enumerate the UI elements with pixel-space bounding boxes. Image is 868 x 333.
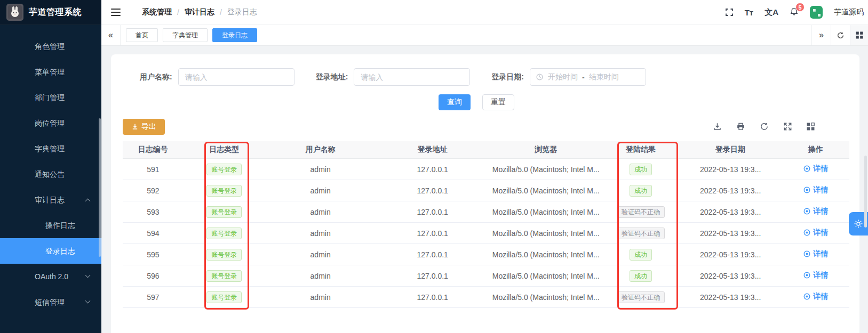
query-button[interactable]: 查询	[439, 94, 471, 110]
detail-link-label: 详情	[813, 207, 828, 216]
breadcrumb-item[interactable]: 审计日志 /	[185, 7, 222, 17]
cell-action: 详情	[782, 292, 849, 303]
sidebar-item[interactable]: 短信管理	[0, 289, 101, 315]
sidebar-item[interactable]: 岗位管理	[0, 110, 101, 136]
sidebar-item[interactable]: 审计日志	[0, 187, 101, 213]
address-input[interactable]	[354, 68, 470, 86]
eye-icon	[803, 165, 811, 173]
breadcrumb-item[interactable]: 登录日志	[227, 7, 262, 17]
detail-link[interactable]: 详情	[803, 207, 828, 216]
cell-login-date: 2022-05-13 19:3...	[679, 229, 782, 238]
tab-refresh-icon[interactable]	[831, 25, 850, 45]
date-end-placeholder: 结束时间	[589, 72, 619, 82]
cell-username: admin	[265, 165, 376, 174]
eye-icon	[803, 293, 811, 300]
date-range-picker[interactable]: 开始时间 - 结束时间	[530, 68, 646, 86]
cell-login-result: 验证码不正确	[602, 228, 679, 239]
user-avatar[interactable]	[810, 6, 823, 19]
cell-login-result: 验证码不正确	[602, 206, 679, 218]
sidebar-item[interactable]: 菜单管理	[0, 59, 101, 85]
content-card: 用户名称: 登录地址: 登录日期: 开始时间 - 结束时间 查询 重置 导出	[111, 54, 859, 333]
sidebar-item[interactable]: 部门管理	[0, 85, 101, 110]
cell-browser: Mozilla/5.0 (Macintosh; Intel M...	[489, 250, 603, 259]
cell-log-type: 账号登录	[184, 228, 265, 239]
notification-badge: 5	[795, 3, 805, 12]
detail-link[interactable]: 详情	[803, 271, 828, 280]
tab-item[interactable]: 字典管理	[163, 28, 208, 42]
cell-browser: Mozilla/5.0 (Macintosh; Intel M...	[489, 208, 603, 216]
column-setting-icon[interactable]	[807, 123, 815, 131]
cell-action: 详情	[782, 249, 849, 260]
eye-icon	[803, 207, 811, 215]
sidebar-item[interactable]: 字典管理	[0, 136, 101, 161]
address-label: 登录地址:	[316, 72, 348, 82]
cell-browser: Mozilla/5.0 (Macintosh; Intel M...	[489, 186, 603, 195]
detail-link[interactable]: 详情	[803, 185, 828, 195]
sidebar-item[interactable]: 角色管理	[0, 34, 101, 59]
print-icon[interactable]	[736, 122, 745, 131]
username-label: 用户名称:	[140, 72, 172, 82]
detail-link[interactable]: 详情	[803, 249, 828, 259]
sidebar-item[interactable]: 登录日志	[0, 238, 101, 264]
page-scrollbar[interactable]	[864, 156, 867, 228]
eye-icon	[803, 186, 811, 194]
expand-icon[interactable]	[783, 122, 792, 131]
sidebar-item[interactable]: 通知公告	[0, 161, 101, 187]
column-header: 日志类型	[184, 145, 265, 155]
tabs-forward-icon[interactable]: »	[811, 25, 831, 45]
detail-link[interactable]: 详情	[803, 228, 828, 238]
tab-item[interactable]: 登录日志	[212, 28, 257, 42]
breadcrumb-item[interactable]: 系统管理 /	[142, 7, 179, 17]
cell-username: admin	[265, 208, 376, 216]
breadcrumb-label: 审计日志	[185, 7, 214, 17]
sidebar-collapse-icon[interactable]	[111, 9, 121, 16]
login-result-tag: 验证码不正确	[617, 206, 665, 218]
breadcrumb-label: 登录日志	[227, 7, 257, 17]
font-size-icon[interactable]: Tт	[745, 8, 754, 17]
topbar-actions: Tт 文A 5 芋道源码	[725, 6, 864, 19]
detail-link[interactable]: 详情	[803, 292, 828, 302]
column-header: 登陆结果	[602, 145, 679, 155]
cell-login-date: 2022-05-13 19:3...	[679, 250, 782, 259]
cell-log-id: 597	[123, 293, 184, 302]
log-type-tag: 账号登录	[206, 291, 242, 303]
username[interactable]: 芋道源码	[834, 7, 864, 17]
table-row: 594 账号登录 admin 127.0.0.1 Mozilla/5.0 (Ma…	[123, 223, 849, 244]
detail-link-label: 详情	[813, 185, 828, 195]
cell-login-address: 127.0.0.1	[376, 272, 489, 280]
tabbar: « 首页 字典管理 登录日志 »	[101, 25, 868, 46]
username-input[interactable]	[178, 68, 294, 86]
table-row: 593 账号登录 admin 127.0.0.1 Mozilla/5.0 (Ma…	[123, 201, 849, 223]
sidebar-scrollbar[interactable]	[99, 118, 101, 257]
cell-log-id: 596	[123, 272, 184, 280]
sidebar-item-label: 审计日志	[35, 196, 65, 204]
language-icon[interactable]: 文A	[765, 7, 778, 18]
log-type-tag: 账号登录	[206, 185, 242, 197]
tab-item[interactable]: 首页	[126, 28, 158, 42]
tab-layout-icon[interactable]	[850, 25, 868, 45]
fullscreen-icon[interactable]	[725, 8, 734, 17]
cell-login-result: 成功	[602, 164, 679, 175]
cell-log-id: 593	[123, 208, 184, 216]
reset-button[interactable]: 重置	[482, 94, 514, 110]
export-button-label: 导出	[141, 122, 156, 132]
chevron-icon	[85, 298, 91, 304]
download-icon[interactable]	[713, 122, 722, 131]
sidebar-item[interactable]: OAuth 2.0	[0, 264, 101, 289]
refresh-icon[interactable]	[760, 122, 769, 131]
sidebar-item-label: 菜单管理	[35, 68, 65, 76]
sidebar-item-label: 操作日志	[45, 221, 75, 230]
cell-action: 详情	[782, 207, 849, 217]
detail-link[interactable]: 详情	[803, 164, 828, 174]
tabs: 首页 字典管理 登录日志	[121, 28, 257, 42]
date-start-placeholder: 开始时间	[548, 72, 578, 82]
sidebar-item[interactable]: 操作日志	[0, 213, 101, 238]
export-button[interactable]: 导出	[123, 119, 165, 135]
cell-browser: Mozilla/5.0 (Macintosh; Intel M...	[489, 229, 603, 238]
log-type-tag: 账号登录	[206, 228, 242, 239]
notification-bell[interactable]: 5	[790, 7, 799, 18]
search-buttons: 查询 重置	[111, 94, 859, 110]
cell-login-date: 2022-05-13 19:3...	[679, 293, 782, 302]
tabs-back-icon[interactable]: «	[101, 25, 121, 45]
sidebar-item-label: 字典管理	[35, 144, 65, 153]
